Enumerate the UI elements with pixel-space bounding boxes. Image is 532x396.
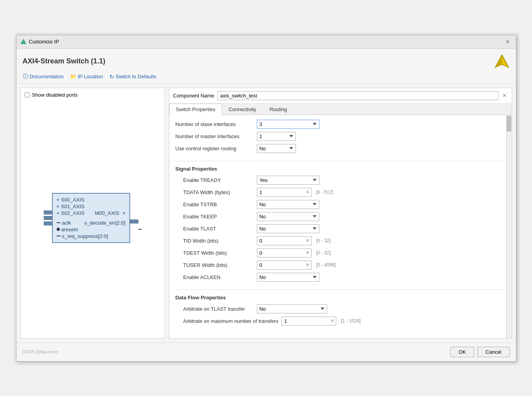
port-s00: + S00_AXIS bbox=[57, 197, 125, 203]
ok-button[interactable]: OK bbox=[450, 347, 474, 357]
enable-tstrb-row: Enable TSTRB No bbox=[176, 200, 505, 209]
tdest-width-input[interactable] bbox=[257, 249, 304, 257]
tab-bar: Switch Properties Connectivity Routing bbox=[169, 104, 512, 115]
tdata-width-row: TDATA Width (bytes) ✕ [0 - 512] bbox=[176, 188, 505, 197]
documentation-link[interactable]: ⓘ Documentation bbox=[23, 73, 64, 80]
component-name-clear[interactable]: ✕ bbox=[502, 92, 508, 99]
scrollbar-thumb[interactable] bbox=[507, 116, 511, 131]
tdest-width-row: TDEST Width (bits) ✕ [0 - 32] bbox=[176, 248, 505, 257]
tdata-width-input[interactable] bbox=[257, 188, 304, 196]
component-name-input[interactable] bbox=[217, 91, 498, 100]
aresetn-row: aresetn bbox=[57, 227, 125, 232]
block-diagram: + S00_AXIS + S01_AXIS + S02_AXIS M00_AXI… bbox=[25, 102, 161, 334]
port-s01: + S01_AXIS bbox=[57, 203, 125, 209]
tab-connectivity[interactable]: Connectivity bbox=[222, 104, 263, 115]
ip-block-wrapper: + S00_AXIS + S01_AXIS + S02_AXIS M00_AXI… bbox=[44, 193, 142, 243]
close-button[interactable]: × bbox=[503, 38, 512, 46]
s00-connector bbox=[44, 211, 52, 214]
aclk-row: aclk s_decode_err[2:0] bbox=[57, 220, 125, 226]
s-req-suppress-dash bbox=[57, 236, 61, 236]
refresh-icon: ↻ bbox=[109, 74, 114, 80]
tdest-width-input-wrapper: ✕ bbox=[257, 248, 312, 257]
left-panel: Show disabled ports bbox=[20, 88, 165, 338]
window-title: Customize IP bbox=[29, 39, 59, 45]
title-bar-left: Customize IP bbox=[20, 39, 59, 45]
s-decode-err-line bbox=[138, 229, 142, 230]
s02-connector bbox=[44, 221, 52, 225]
use-control-label: Use control register routing bbox=[176, 146, 254, 151]
dialog: Customize IP × AXI4-Stream Switch (1.1) … bbox=[16, 35, 516, 362]
scrollbar[interactable] bbox=[506, 115, 512, 338]
port-s01-label: S01_AXIS bbox=[61, 203, 84, 209]
show-disabled-ports-checkbox[interactable] bbox=[25, 92, 30, 97]
tdata-range: [0 - 512] bbox=[316, 189, 333, 195]
port-s02-label: S02_AXIS bbox=[61, 210, 84, 216]
enable-tready-label: Enable TREADY bbox=[176, 177, 254, 183]
tdata-width-label: TDATA Width (bytes) bbox=[176, 189, 254, 195]
m00-connector bbox=[130, 220, 138, 223]
header-section: AXI4-Stream Switch (1.1) ⓘ Documentation… bbox=[16, 49, 516, 84]
arbitrate-max-input[interactable] bbox=[282, 317, 329, 325]
tab-switch-properties[interactable]: Switch Properties bbox=[169, 104, 222, 115]
title-bar: Customize IP × bbox=[16, 35, 516, 49]
header-links: ⓘ Documentation 📁 IP Location ↻ Switch t… bbox=[23, 73, 510, 80]
tid-width-input[interactable] bbox=[257, 237, 304, 245]
enable-tlast-row: Enable TLAST No bbox=[176, 224, 505, 233]
ip-location-link[interactable]: 📁 IP Location bbox=[70, 74, 103, 79]
tab-routing[interactable]: Routing bbox=[263, 104, 294, 115]
arbitrate-tlast-label: Arbitrate on TLAST transfer bbox=[176, 306, 254, 312]
enable-aclken-label: Enable ACLKEN bbox=[176, 274, 254, 280]
tuser-width-label: TUSER Width (bits) bbox=[176, 262, 254, 268]
enable-tlast-select[interactable]: No bbox=[257, 224, 319, 233]
tid-width-row: TID Width (bits) ✕ [0 - 32] bbox=[176, 236, 505, 245]
show-disabled-ports-row: Show disabled ports bbox=[25, 92, 161, 98]
switch-properties-section: Number of slave interfaces 3 Number of m… bbox=[176, 120, 505, 153]
cancel-button[interactable]: Cancel bbox=[477, 347, 509, 357]
num-master-select[interactable]: 1 bbox=[257, 132, 296, 141]
num-slave-select[interactable]: 3 bbox=[257, 120, 319, 129]
port-m00-label: M00_AXIS bbox=[95, 210, 119, 216]
arbitrate-max-row: Arbitrate on maximum number of transfers… bbox=[176, 317, 505, 326]
right-panel: Component Name ✕ Switch Properties Conne… bbox=[169, 88, 512, 338]
svg-marker-0 bbox=[21, 39, 26, 44]
tab-content-switch-properties: Number of slave interfaces 3 Number of m… bbox=[169, 115, 512, 338]
tdata-width-clear[interactable]: ✕ bbox=[304, 189, 311, 196]
enable-tlast-label: Enable TLAST bbox=[176, 226, 254, 232]
component-name-row: Component Name ✕ bbox=[169, 88, 512, 104]
arbitrate-tlast-select[interactable]: No bbox=[257, 304, 327, 313]
enable-aclken-row: Enable ACLKEN No bbox=[176, 273, 505, 282]
right-connectors bbox=[130, 206, 142, 230]
enable-tkeep-row: Enable TKEEP No bbox=[176, 212, 505, 221]
enable-tready-select[interactable]: Yes bbox=[257, 176, 319, 185]
tdata-width-input-wrapper: ✕ bbox=[257, 188, 312, 197]
enable-tstrb-select[interactable]: No bbox=[257, 200, 319, 209]
enable-aclken-select[interactable]: No bbox=[257, 273, 319, 282]
use-control-select[interactable]: No bbox=[257, 144, 296, 153]
enable-tready-row: Enable TREADY Yes bbox=[176, 176, 505, 185]
folder-icon: 📁 bbox=[70, 74, 76, 79]
switch-defaults-link[interactable]: ↻ Switch to Defaults bbox=[109, 74, 156, 80]
tdest-width-clear[interactable]: ✕ bbox=[304, 249, 311, 256]
data-flow-section: Data Flow Properties Arbitrate on TLAST … bbox=[176, 295, 505, 326]
aresetn-label: aresetn bbox=[61, 227, 78, 232]
footer: CSDN @big-moon OK Cancel bbox=[16, 342, 516, 361]
aclk-label: aclk bbox=[62, 220, 71, 226]
tid-width-clear[interactable]: ✕ bbox=[304, 237, 311, 244]
arbitrate-tlast-row: Arbitrate on TLAST transfer No bbox=[176, 304, 505, 313]
enable-tkeep-label: Enable TKEEP bbox=[176, 214, 254, 220]
arbitrate-max-clear[interactable]: ✕ bbox=[329, 317, 336, 324]
enable-tstrb-label: Enable TSTRB bbox=[176, 202, 254, 207]
enable-tkeep-select[interactable]: No bbox=[257, 212, 319, 221]
data-flow-title: Data Flow Properties bbox=[176, 295, 505, 301]
s-req-suppress-label: s_req_suppress[2:0] bbox=[62, 233, 108, 239]
port-s02: + S02_AXIS M00_AXIS + bbox=[57, 210, 125, 216]
tuser-width-input[interactable] bbox=[257, 261, 304, 269]
plus-icon-s01: + bbox=[57, 203, 60, 209]
arbitrate-max-label: Arbitrate on maximum number of transfers bbox=[176, 318, 278, 324]
tuser-width-clear[interactable]: ✕ bbox=[304, 261, 311, 268]
tuser-width-row: TUSER Width (bits) ✕ [0 - 4096] bbox=[176, 261, 505, 270]
ip-block: + S00_AXIS + S01_AXIS + S02_AXIS M00_AXI… bbox=[52, 193, 130, 243]
plus-icon-s02: + bbox=[57, 210, 60, 216]
num-master-label: Number of master interfaces bbox=[176, 133, 254, 139]
plus-icon-m00: + bbox=[122, 210, 125, 216]
